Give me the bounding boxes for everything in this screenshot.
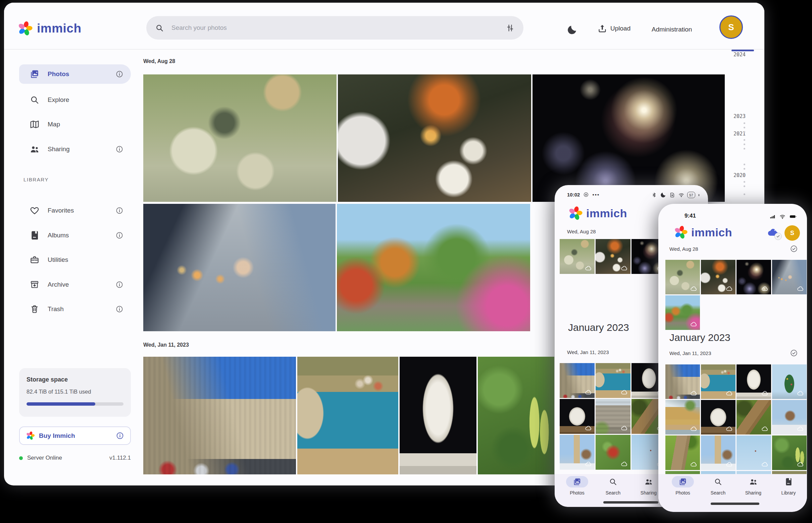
- sidebar-item-archive[interactable]: Archive: [19, 275, 131, 294]
- immich-flower-icon: [26, 431, 35, 440]
- photo-monkeys[interactable]: [143, 74, 336, 202]
- sidebar-item-albums[interactable]: Albums: [19, 226, 131, 245]
- photo-bust[interactable]: [737, 364, 771, 399]
- photo-autumn[interactable]: [666, 295, 700, 330]
- photo-redfruit[interactable]: [595, 435, 630, 470]
- tab-library[interactable]: Library: [773, 476, 805, 495]
- photo-chalet[interactable]: [772, 400, 807, 434]
- immich-logo: immich: [674, 225, 732, 239]
- cloud-sync-icon: [585, 424, 592, 432]
- sidebar-item-map[interactable]: Map: [19, 115, 131, 134]
- photo-castle[interactable]: [560, 363, 594, 398]
- scrubber-year[interactable]: 2021: [719, 131, 746, 137]
- date-group-label: Wed, Aug 28: [143, 58, 175, 65]
- search-placeholder: Search your photos: [171, 24, 498, 32]
- photo-bay[interactable]: [595, 363, 630, 398]
- photo-redfruit[interactable]: [666, 471, 700, 474]
- backup-cloud[interactable]: [766, 225, 781, 239]
- scrubber-year[interactable]: 2020: [719, 172, 746, 178]
- photo-sky1[interactable]: [701, 471, 736, 474]
- photo-rock[interactable]: [560, 399, 594, 434]
- photo-rock[interactable]: [701, 400, 736, 434]
- cloud-sync-icon: [725, 389, 733, 397]
- photo-fireworks[interactable]: [737, 260, 771, 294]
- home-indicator: [603, 501, 658, 504]
- timeline-dot: [744, 168, 745, 170]
- info-icon[interactable]: [116, 145, 123, 153]
- scrubber-position-bar[interactable]: [731, 50, 754, 51]
- photo-sky2[interactable]: [737, 471, 771, 474]
- photo-bay[interactable]: [772, 471, 807, 474]
- sidebar-item-favorites[interactable]: Favorites: [19, 201, 131, 220]
- immich-logo[interactable]: immich: [17, 21, 82, 36]
- photo-monkeys[interactable]: [560, 239, 594, 274]
- timeline-dot: [744, 185, 745, 187]
- photo-church[interactable]: [560, 435, 594, 470]
- sidebar-item-utilities[interactable]: Utilities: [19, 250, 131, 270]
- info-icon[interactable]: [116, 431, 124, 440]
- photo-dinner[interactable]: [595, 239, 630, 274]
- photo-castle[interactable]: [143, 357, 296, 474]
- date-group-label: Wed, Jan 11, 2023: [143, 342, 189, 348]
- sidebar-item-photos[interactable]: Photos: [19, 65, 131, 84]
- sidebar-item-trash[interactable]: Trash: [19, 300, 131, 319]
- photo-grid: [666, 260, 807, 330]
- cloud-sync-icon: [797, 425, 804, 432]
- tab-search[interactable]: Search: [597, 476, 629, 495]
- photo-hands[interactable]: [772, 260, 807, 294]
- select-group-icon[interactable]: [790, 245, 798, 253]
- photo-monkeys[interactable]: [666, 260, 700, 294]
- photo-lizard2[interactable]: [666, 435, 700, 470]
- search-filters-icon[interactable]: [506, 23, 515, 33]
- photo-ruins[interactable]: [595, 399, 630, 434]
- photo-xmastree[interactable]: [772, 364, 807, 399]
- tab-sharing[interactable]: Sharing: [737, 476, 770, 495]
- cloud-sync-icon: [690, 320, 697, 328]
- photo-church[interactable]: [701, 435, 736, 470]
- info-icon[interactable]: [116, 206, 123, 215]
- cloud-sync-icon: [690, 460, 697, 468]
- tab-photos[interactable]: Photos: [561, 476, 593, 495]
- sidebar-item-explore[interactable]: Explore: [19, 90, 131, 110]
- immich-flower-icon: [17, 21, 33, 36]
- photo-sky1[interactable]: [737, 435, 771, 470]
- cloud-sync-icon: [761, 460, 769, 468]
- info-icon[interactable]: [116, 231, 123, 239]
- scrubber-year[interactable]: 2024: [719, 52, 746, 58]
- photo-lizard1[interactable]: [737, 400, 771, 434]
- photo-fireworks[interactable]: [533, 74, 725, 202]
- dark-mode-button[interactable]: [566, 24, 578, 36]
- photo-dinner[interactable]: [701, 260, 736, 294]
- tab-search[interactable]: Search: [702, 476, 734, 495]
- photo-autumn[interactable]: [337, 204, 530, 331]
- photo-bay[interactable]: [701, 364, 736, 399]
- photo-grapes[interactable]: [478, 357, 554, 474]
- tab-photos[interactable]: Photos: [667, 476, 699, 495]
- photo-bay[interactable]: [297, 357, 398, 474]
- info-icon[interactable]: [116, 281, 123, 289]
- info-icon[interactable]: [116, 305, 123, 313]
- user-avatar[interactable]: S: [720, 15, 743, 39]
- buy-immich-button[interactable]: Buy Immich: [19, 427, 131, 445]
- timeline-dot: [744, 144, 745, 145]
- scrubber-year[interactable]: 2023: [719, 113, 746, 119]
- photo-grapes[interactable]: [772, 435, 807, 470]
- administration-link[interactable]: Administration: [652, 26, 692, 33]
- timeline-dot: [744, 127, 745, 128]
- photo-bust[interactable]: [400, 357, 477, 474]
- cloud-sync-icon: [620, 264, 628, 272]
- photo-cliff[interactable]: [666, 400, 700, 434]
- photo-castle[interactable]: [666, 364, 700, 399]
- search-input[interactable]: Search your photos: [146, 16, 523, 39]
- photo-dinner[interactable]: [338, 74, 531, 202]
- timeline-dot: [744, 131, 745, 133]
- upload-button[interactable]: Upload: [597, 23, 630, 34]
- user-avatar[interactable]: S: [784, 225, 800, 241]
- avatar-initial: S: [728, 22, 734, 33]
- select-group-icon[interactable]: [790, 349, 798, 357]
- info-icon[interactable]: [116, 70, 123, 78]
- photo-hands[interactable]: [143, 204, 335, 331]
- signal-icon: [769, 213, 776, 220]
- sidebar-item-sharing[interactable]: Sharing: [19, 140, 131, 159]
- bluetooth-icon: [651, 192, 657, 198]
